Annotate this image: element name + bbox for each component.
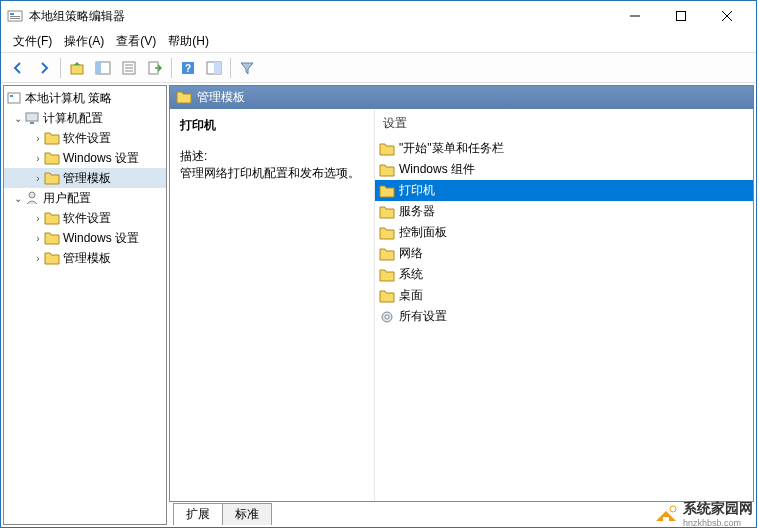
collapse-icon[interactable]: ⌄ <box>12 113 24 124</box>
expand-icon[interactable]: › <box>32 233 44 244</box>
selected-item-title: 打印机 <box>180 117 364 134</box>
tree-label: 用户配置 <box>43 190 91 207</box>
folder-icon <box>44 130 60 146</box>
tree-computer-config[interactable]: ⌄ 计算机配置 <box>4 108 166 128</box>
panel-header-title: 管理模板 <box>197 89 245 106</box>
settings-item[interactable]: 所有设置 <box>375 306 753 327</box>
svg-point-28 <box>670 506 676 512</box>
close-button[interactable] <box>704 2 750 30</box>
detail-pane: 打印机 描述: 管理网络打印机配置和发布选项。 <box>170 109 375 501</box>
tree-item-software[interactable]: › 软件设置 <box>4 128 166 148</box>
help-button[interactable]: ? <box>176 56 200 80</box>
app-icon <box>7 8 23 24</box>
toolbar-separator <box>171 58 172 78</box>
tree-label: Windows 设置 <box>63 230 139 247</box>
settings-item[interactable]: 网络 <box>375 243 753 264</box>
settings-item-label: 所有设置 <box>399 308 447 325</box>
panel-body: 打印机 描述: 管理网络打印机配置和发布选项。 设置 "开始"菜单和任务栏Win… <box>169 109 754 502</box>
up-button[interactable] <box>65 56 89 80</box>
watermark-logo-icon <box>653 501 679 527</box>
menu-help[interactable]: 帮助(H) <box>162 31 215 52</box>
svg-rect-22 <box>26 113 38 121</box>
svg-rect-21 <box>10 95 13 97</box>
tree-label: 计算机配置 <box>43 110 103 127</box>
user-icon <box>24 190 40 206</box>
maximize-button[interactable] <box>658 2 704 30</box>
forward-button[interactable] <box>32 56 56 80</box>
computer-icon <box>24 110 40 126</box>
properties-button[interactable] <box>117 56 141 80</box>
settings-item[interactable]: 打印机 <box>375 180 753 201</box>
settings-item[interactable]: "开始"菜单和任务栏 <box>375 138 753 159</box>
settings-item-label: "开始"菜单和任务栏 <box>399 140 504 157</box>
settings-item[interactable]: 桌面 <box>375 285 753 306</box>
menu-view[interactable]: 查看(V) <box>110 31 162 52</box>
tree-item-windows[interactable]: › Windows 设置 <box>4 148 166 168</box>
svg-rect-20 <box>8 93 20 103</box>
settings-item[interactable]: 服务器 <box>375 201 753 222</box>
settings-item[interactable]: Windows 组件 <box>375 159 753 180</box>
tree-item-admin-templates[interactable]: › 管理模板 <box>4 168 166 188</box>
settings-column-header[interactable]: 设置 <box>375 109 753 138</box>
folder-icon <box>44 210 60 226</box>
settings-item-label: 服务器 <box>399 203 435 220</box>
watermark-url: hnzkhbsb.com <box>683 518 753 528</box>
settings-list[interactable]: 设置 "开始"菜单和任务栏Windows 组件打印机服务器控制面板网络系统桌面所… <box>375 109 753 501</box>
tree-user-config[interactable]: ⌄ 用户配置 <box>4 188 166 208</box>
folder-icon <box>379 267 395 283</box>
folder-icon <box>379 141 395 157</box>
toolbar: ? <box>1 53 756 83</box>
expand-icon[interactable]: › <box>32 253 44 264</box>
svg-rect-27 <box>663 517 669 521</box>
tab-standard[interactable]: 标准 <box>222 503 272 525</box>
expand-icon[interactable]: › <box>32 133 44 144</box>
svg-rect-23 <box>30 122 34 124</box>
description-label: 描述: <box>180 148 364 165</box>
window-title: 本地组策略编辑器 <box>29 8 612 25</box>
svg-point-26 <box>385 315 389 319</box>
menu-file[interactable]: 文件(F) <box>7 31 58 52</box>
folder-icon <box>44 150 60 166</box>
policy-icon <box>6 90 22 106</box>
main-body: 本地计算机 策略 ⌄ 计算机配置 › 软件设置 › Windows 设置 › 管… <box>1 83 756 527</box>
minimize-button[interactable] <box>612 2 658 30</box>
export-button[interactable] <box>143 56 167 80</box>
tree-item-admin-templates[interactable]: › 管理模板 <box>4 248 166 268</box>
settings-item-label: 网络 <box>399 245 423 262</box>
filter-button[interactable] <box>235 56 259 80</box>
settings-item-label: Windows 组件 <box>399 161 475 178</box>
settings-item[interactable]: 控制面板 <box>375 222 753 243</box>
folder-icon <box>379 162 395 178</box>
expand-icon[interactable]: › <box>32 153 44 164</box>
tree-label: 本地计算机 策略 <box>25 90 112 107</box>
tab-extended[interactable]: 扩展 <box>173 503 223 525</box>
svg-rect-2 <box>10 16 20 17</box>
svg-rect-3 <box>10 18 20 19</box>
settings-item-label: 桌面 <box>399 287 423 304</box>
app-window: 本地组策略编辑器 文件(F) 操作(A) 查看(V) 帮助(H) ? 本地计算机… <box>0 0 757 528</box>
details-button[interactable] <box>202 56 226 80</box>
folder-icon <box>44 250 60 266</box>
tree-panel[interactable]: 本地计算机 策略 ⌄ 计算机配置 › 软件设置 › Windows 设置 › 管… <box>3 85 167 525</box>
watermark-name: 系统家园网 <box>683 500 753 516</box>
tree-label: 管理模板 <box>63 250 111 267</box>
back-button[interactable] <box>6 56 30 80</box>
expand-icon[interactable]: › <box>32 213 44 224</box>
tree-item-software[interactable]: › 软件设置 <box>4 208 166 228</box>
toolbar-separator <box>60 58 61 78</box>
expand-icon[interactable]: › <box>32 173 44 184</box>
folder-icon <box>379 288 395 304</box>
settings-item-label: 打印机 <box>399 182 435 199</box>
menubar: 文件(F) 操作(A) 查看(V) 帮助(H) <box>1 31 756 53</box>
right-panel: 管理模板 打印机 描述: 管理网络打印机配置和发布选项。 设置 "开始"菜单和任… <box>169 85 754 525</box>
menu-action[interactable]: 操作(A) <box>58 31 110 52</box>
folder-icon <box>379 246 395 262</box>
settings-item[interactable]: 系统 <box>375 264 753 285</box>
tree-label: 软件设置 <box>63 210 111 227</box>
watermark: 系统家园网 hnzkhbsb.com <box>653 500 753 528</box>
tree-item-windows[interactable]: › Windows 设置 <box>4 228 166 248</box>
titlebar: 本地组策略编辑器 <box>1 1 756 31</box>
show-hide-tree-button[interactable] <box>91 56 115 80</box>
collapse-icon[interactable]: ⌄ <box>12 193 24 204</box>
tree-root[interactable]: 本地计算机 策略 <box>4 88 166 108</box>
